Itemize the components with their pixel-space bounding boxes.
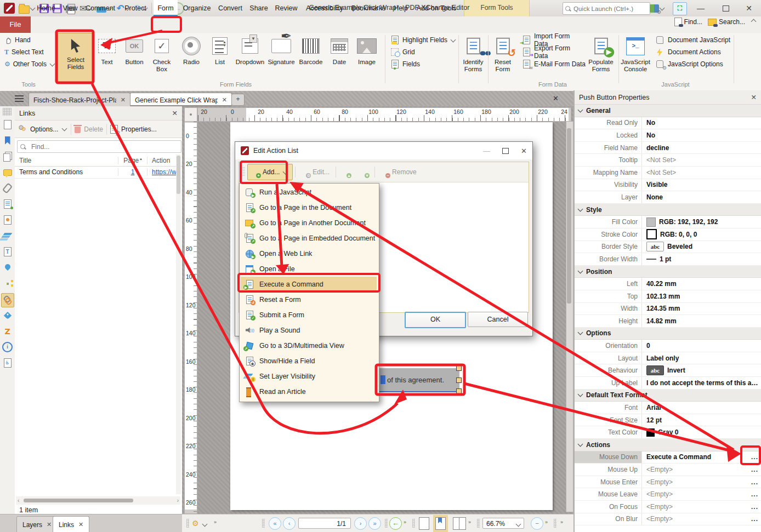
menu-item-run-javascript[interactable]: ▶Run a JavaScript (241, 185, 377, 200)
section-style[interactable]: Style (575, 204, 761, 216)
close-tab-icon[interactable]: ✕ (222, 96, 227, 104)
menu-item-open-file[interactable]: ▶Open a File (241, 261, 377, 277)
expand-zoom-icon[interactable]: » (545, 519, 547, 525)
checkbox-field-button[interactable]: ✓Check Box (149, 34, 174, 73)
javascript-console-button[interactable]: >_JavaScript Console (620, 34, 651, 73)
tab-comment[interactable]: Comment (82, 0, 118, 16)
tab-form[interactable]: Form (154, 0, 178, 16)
two-page-view-icon[interactable] (453, 517, 466, 530)
minimize-button[interactable]: — (689, 0, 713, 16)
tab-protect[interactable]: Protect (120, 0, 151, 16)
list-field-button[interactable]: List (207, 34, 232, 66)
edit-action-button[interactable]: ⚙Edit... (298, 164, 333, 180)
menu-item-goto-page-another-document[interactable]: ↗Go to a Page in Another Document (241, 215, 377, 231)
section-options[interactable]: Options (575, 328, 761, 340)
new-tab-button[interactable]: + (231, 94, 245, 106)
property-row-border-width[interactable]: Border Width1 pt (575, 253, 761, 266)
tab-bookmarks[interactable]: Bookmarks (349, 0, 388, 16)
single-page-view-icon[interactable] (419, 517, 429, 530)
menu-item-play-sound[interactable]: )))Play a Sound (241, 323, 377, 338)
resize-handle[interactable] (456, 377, 462, 383)
named-destinations-pane-icon[interactable] (2, 262, 13, 273)
property-row-orientation[interactable]: Orientation0 (575, 340, 761, 352)
grid-toggle[interactable]: Grid (387, 46, 457, 58)
action-row-on-focus[interactable]: On Focus<Empty>... (575, 501, 761, 513)
menu-item-goto-page-embedded-document[interactable]: ↗Go to a Page in Embedded Document (241, 231, 377, 246)
property-row-text-color[interactable]: Text ColorGray 0 (575, 426, 761, 439)
edit-action-list-button[interactable]: ... (751, 451, 758, 464)
options-button[interactable]: Options... (30, 125, 58, 133)
behaviour-button[interactable]: abc (646, 365, 664, 375)
property-row-fill-color[interactable]: Fill ColorRGB: 192, 192, 192 (575, 216, 761, 228)
tab-convert[interactable]: Convert (215, 0, 246, 16)
button-field-button[interactable]: OKButton (122, 34, 147, 66)
first-page-button[interactable]: « (269, 517, 281, 530)
column-title[interactable]: Title (15, 157, 118, 164)
content-pane-icon[interactable]: T (2, 247, 13, 257)
delete-button[interactable]: Delete (84, 125, 103, 133)
tab-links[interactable]: Links✕ (53, 516, 89, 532)
section-general[interactable]: General (575, 105, 761, 117)
remove-action-button[interactable]: −Remove (377, 164, 421, 180)
search-button[interactable]: Search... (708, 18, 745, 26)
accessibility-pane-icon[interactable]: i (2, 342, 13, 352)
section-position[interactable]: Position (575, 266, 761, 278)
javascript-options-button[interactable]: ⚙JavaScript Options (652, 58, 732, 70)
border-style-button[interactable]: abc (646, 242, 664, 251)
links-find-box[interactable] (17, 140, 181, 153)
property-row-border-style[interactable]: Border StyleabcBeveled (575, 241, 761, 254)
menu-item-reset-form[interactable]: ↺Reset a Form (241, 292, 377, 307)
dialog-maximize-icon[interactable] (502, 148, 509, 154)
tab-organize[interactable]: Organize (180, 0, 214, 16)
doc-tab-2[interactable]: Generic Example Click Wrap *✕ (130, 93, 232, 107)
menu-item-set-layer-visibility[interactable]: iSet Layer Visibility (241, 369, 377, 384)
tags-pane-icon[interactable] (2, 310, 13, 321)
export-form-data-button[interactable]: ➜Export Form Data (519, 46, 586, 58)
link-row[interactable]: Terms and Conditions 1 https://w (15, 166, 182, 179)
document-actions-button[interactable]: Document Actions (652, 46, 732, 58)
close-document-button[interactable]: ✕ (553, 94, 559, 102)
dropdown-field-button[interactable]: Dropdown (235, 34, 265, 66)
property-row-visibility[interactable]: VisibilityVisible (575, 179, 761, 192)
destinations-pane-icon[interactable] (2, 151, 13, 162)
links-vertical-scrollbar[interactable] (176, 155, 181, 494)
property-row-tooltip[interactable]: Tooltip<Not Set> (575, 154, 761, 167)
close-panel-icon[interactable]: ✕ (751, 93, 757, 101)
stroke-color-swatch[interactable] (646, 229, 657, 239)
column-page[interactable]: Page ▴ (118, 157, 147, 164)
links-pane-icon[interactable] (1, 293, 14, 307)
close-tab-icon[interactable]: ✕ (47, 521, 52, 528)
property-row-width[interactable]: Width124.35 mm (575, 303, 761, 316)
fields-toggle[interactable]: Fields (387, 58, 457, 70)
document-canvas[interactable]: 20 0 20 40 60 80 100 120 140 160 180 200… (182, 106, 573, 514)
identify-forms-button[interactable]: Identify Forms (459, 34, 487, 73)
attachments-pane-icon[interactable] (2, 183, 13, 193)
action-row-mouse-down[interactable]: Mouse DownExecute a Command... (575, 451, 761, 464)
menu-item-open-web-link[interactable]: ▶Open a Web Link (241, 246, 377, 261)
last-page-button[interactable]: » (368, 517, 381, 530)
tab-file[interactable]: File (0, 16, 31, 33)
action-row-mouse-enter[interactable]: Mouse Enter<Empty>... (575, 476, 761, 489)
decline-push-button-field[interactable]: of this agreement. (379, 368, 459, 392)
tab-view[interactable]: View (59, 0, 81, 16)
select-text-button[interactable]: T Select Text (1, 46, 56, 58)
property-row-layer[interactable]: LayerNone (575, 191, 761, 204)
close-tab-icon[interactable]: ✕ (78, 521, 83, 528)
menu-item-show-hide-field[interactable]: ◉Show/Hide a Field (241, 353, 377, 369)
barcode-field-button[interactable]: Barcode (297, 34, 325, 66)
resize-handle[interactable] (456, 388, 462, 394)
link-page[interactable]: 1 (131, 168, 135, 176)
doc-tab-1[interactable]: Fisch-Shoe-Rack-Project-Plan✕ (29, 93, 130, 107)
bookmarks-pane-icon[interactable] (2, 135, 13, 146)
links-horizontal-scrollbar[interactable]: ‹ › (16, 496, 180, 505)
tab-layers[interactable]: Layers✕ (16, 516, 58, 532)
link-title[interactable]: Terms and Conditions (15, 168, 118, 176)
date-field-button[interactable]: Date (327, 34, 352, 66)
thumbnails-pane-icon[interactable] (2, 119, 13, 130)
accessibility-check-pane-icon[interactable]: ♿ (2, 358, 13, 368)
highlight-fields-toggle[interactable]: Highlight Fields (387, 34, 457, 46)
comments-pane-icon[interactable] (2, 167, 13, 178)
action-row-mouse-leave[interactable]: Mouse Leave<Empty>... (575, 488, 761, 501)
ok-button[interactable]: OK (405, 312, 466, 328)
property-row-left[interactable]: Left40.22 mm (575, 278, 761, 290)
